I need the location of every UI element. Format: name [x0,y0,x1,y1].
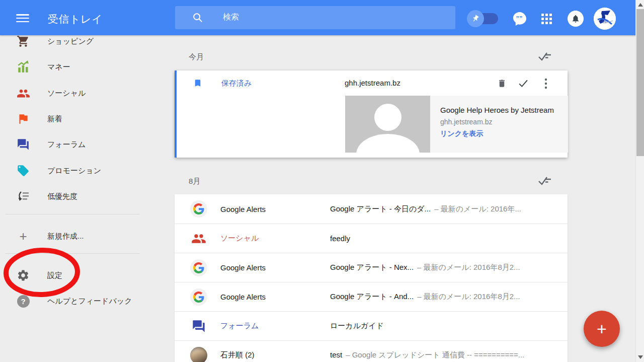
svg-text:Jet: Jet [600,20,606,24]
google-logo [190,259,207,276]
vertical-scrollbar[interactable] [635,0,644,362]
email-subject: ローカルガイド [330,321,561,331]
sidebar-item-low-priority[interactable]: 低優先度 [0,184,166,209]
sidebar-divider [5,214,140,214]
people-icon [16,87,31,100]
tag-icon [16,164,31,177]
email-sender: Google Alerts [220,263,330,272]
search-placeholder: 検索 [223,12,239,23]
link-preview-image [345,96,430,153]
trash-icon[interactable] [497,78,507,91]
more-vert-icon[interactable] [544,78,547,91]
sidebar-item-help-feedback[interactable]: ? ヘルプとフィードバック [0,288,166,314]
email-subject: Google アラート - 今日のダ...– 最新のメール: 2016年... [330,204,561,214]
email-row[interactable]: Google Alerts Google アラート - And...– 最新のメ… [175,282,568,311]
bookmark-icon [193,78,202,91]
link-preview-info: Google Help Heroes by Jetstream ghh.jets… [430,96,568,153]
saved-card-url: ghh.jetstream.bz [345,79,400,87]
sender-photo [190,347,207,362]
sidebar-divider [5,253,140,254]
scroll-up-arrow-icon[interactable] [638,3,643,7]
svg-text:””: ”” [516,15,523,22]
cart-icon [16,35,31,48]
forum-icon [190,318,207,335]
plus-icon: + [597,319,607,339]
forum-icon [16,138,31,151]
saved-label: 保存済み [221,79,252,88]
done-check-icon[interactable] [517,78,529,91]
sidebar-item-settings[interactable]: 設定 [0,263,166,288]
inbox-app: ショッピング マネー ソーシャル 新着 フォーラム [0,0,644,362]
pushpin-icon [467,10,484,27]
app-header: 受信トレイ 検索 ”” Jet [0,0,644,35]
email-snippet: – 最新のメール: 2016年... [434,204,521,213]
plus-icon: + [16,231,31,241]
section-header-current-month: 今月 [175,43,568,70]
settings-label: 設定 [47,271,62,280]
email-list: Google Alerts Google アラート - 今日のダ...– 最新の… [175,194,568,362]
sidebar-item-money[interactable]: マネー [0,54,166,80]
email-row[interactable]: Google Alerts Google アラート - 今日のダ...– 最新の… [175,194,568,224]
email-snippet: – 最新のメール: 2016年8月2... [417,263,520,271]
compose-label: 新規作成... [47,232,84,241]
sidebar-item-social[interactable]: ソーシャル [0,81,166,106]
sidebar-item-compose[interactable]: + 新規作成... [0,224,166,249]
email-sender: Google Alerts [220,205,330,213]
email-sender: Google Alerts [220,293,330,301]
section-header-august: 8月 [175,168,568,195]
sidebar-item-promos[interactable]: プロモーション [0,158,166,183]
email-sender: フォーラム [220,321,330,331]
email-row[interactable]: 石井順 (2) test– Google スプレッドシート 通信費 -- ===… [175,340,568,362]
sidebar-item-label: マネー [47,62,70,72]
section-title: 今月 [189,52,204,62]
account-avatar[interactable]: Jet [594,8,616,30]
google-logo [190,200,207,218]
email-sender: 石井順 (2) [220,350,330,360]
email-subject: Google アラート - Nex...– 最新のメール: 2016年8月2..… [330,263,561,272]
help-label: ヘルプとフィードバック [47,297,132,306]
flag-icon [16,112,31,125]
saved-card-header: 保存済み ghh.jetstream.bz [177,70,568,96]
low-priority-icon [16,190,31,202]
gear-icon [16,269,31,282]
pin-toggle[interactable] [467,10,498,27]
section-title: 8月 [189,177,200,186]
scrollbar-thumb[interactable] [636,9,644,156]
help-icon: ? [16,295,31,308]
email-row[interactable]: Google Alerts Google アラート - Nex...– 最新のメ… [175,253,568,282]
sidebar-item-forums[interactable]: フォーラム [0,132,166,157]
show-link-button[interactable]: リンクを表示 [440,129,568,138]
hangouts-icon[interactable]: ”” [512,11,527,28]
compose-fab-button[interactable]: + [584,311,620,347]
email-sender: ソーシャル [220,234,330,243]
sidebar-item-label: ソーシャル [47,89,86,98]
sidebar-item-updates[interactable]: 新着 [0,106,166,131]
sweep-icon[interactable] [537,50,552,64]
sweep-icon[interactable] [537,175,552,189]
apps-grid-icon[interactable] [541,14,552,24]
sidebar-item-label: フォーラム [47,140,86,150]
hamburger-menu-icon[interactable] [16,14,29,22]
page-title: 受信トレイ [48,12,103,26]
sidebar-item-label: プロモーション [47,166,101,176]
saved-item-card[interactable]: 保存済み ghh.jetstream.bz Google Help Heroes… [175,70,568,158]
sidebar-item-label: 低優先度 [47,192,77,201]
email-row[interactable]: ソーシャル feedly [175,224,568,253]
search-input[interactable]: 検索 [175,6,455,29]
link-preview-title: Google Help Heroes by Jetstream [440,106,568,114]
google-logo [190,288,207,306]
email-row[interactable]: フォーラム ローカルガイド [175,311,568,340]
email-snippet: – Google スプレッドシート 通信費 -- ==========... [346,350,524,359]
link-preview: Google Help Heroes by Jetstream ghh.jets… [345,96,568,153]
money-chart-icon [16,60,31,74]
email-subject: Google アラート - And...– 最新のメール: 2016年8月2..… [330,292,561,302]
sidebar-item-label: 新着 [47,114,62,124]
search-icon [192,12,203,25]
email-subject: feedly [330,234,561,243]
email-snippet: – 最新のメール: 2016年8月2... [417,292,520,301]
link-preview-domain: ghh.jetstream.bz [440,118,568,126]
sidebar-item-label: ショッピング [47,37,94,46]
notifications-bell-icon[interactable] [568,11,584,27]
scroll-down-arrow-icon[interactable] [638,355,643,359]
people-icon [190,230,207,247]
